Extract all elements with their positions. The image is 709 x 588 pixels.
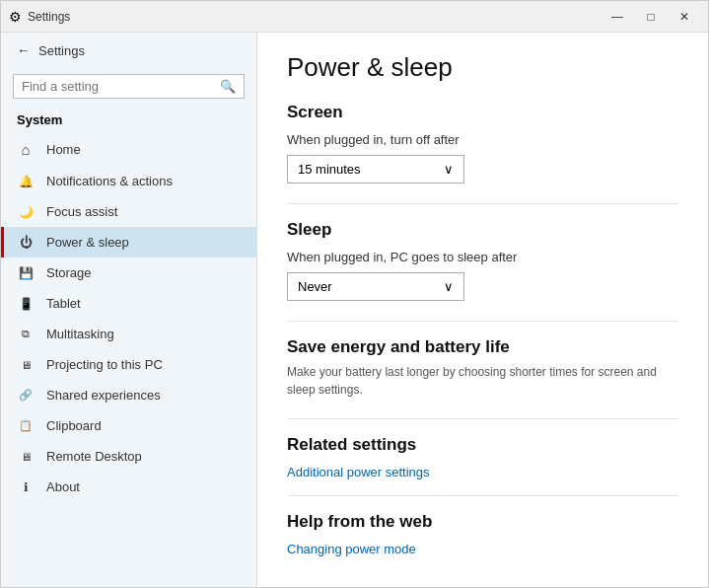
energy-section-title: Save energy and battery life [287,337,678,357]
minimize-button[interactable]: — [602,5,633,29]
sidebar-item-label: Multitasking [46,327,114,341]
clipboard-icon: 📋 [17,419,35,432]
divider-4 [287,495,678,496]
screen-timeout-value: 15 minutes [298,162,361,177]
main-panel: Power & sleep Screen When plugged in, tu… [257,33,708,587]
sidebar-item-storage[interactable]: 💾 Storage [1,257,256,288]
screen-timeout-dropdown[interactable]: 15 minutes ∨ [287,155,464,184]
divider-2 [287,321,678,322]
search-icon: 🔍 [220,79,236,94]
sidebar-item-projecting[interactable]: 🖥 Projecting to this PC [1,349,256,380]
sidebar-item-label: Projecting to this PC [46,357,163,372]
screen-section-title: Screen [287,103,678,122]
sidebar-section-label: System [1,109,256,133]
settings-gear-icon: ⚙ [9,9,22,25]
sidebar-item-label: Remote Desktop [46,449,142,464]
related-settings-section: Related settings Additional power settin… [287,435,678,479]
screen-section-label: When plugged in, turn off after [287,132,678,147]
sleep-section-label: When plugged in, PC goes to sleep after [287,250,678,264]
shared-icon: 🔗 [17,389,35,402]
divider-1 [287,203,678,204]
energy-section: Save energy and battery life Make your b… [287,337,678,399]
focus-icon: 🌙 [17,205,35,219]
sidebar-back-label: Settings [38,43,85,58]
help-section-title: Help from the web [287,512,678,532]
sidebar-back-button[interactable]: ← Settings [1,33,256,68]
sleep-section-title: Sleep [287,220,678,240]
sidebar-item-label: Tablet [46,296,81,311]
search-input[interactable] [22,79,214,94]
sidebar-item-label: Power & sleep [46,235,129,250]
page-title: Power & sleep [287,52,678,83]
sidebar-item-home[interactable]: ⌂ Home [1,133,256,166]
sidebar: ← Settings 🔍 System ⌂ Home 🔔 Notificatio… [1,33,257,587]
divider-3 [287,418,678,419]
power-icon: ⏻ [17,235,35,250]
sidebar-item-label: Clipboard [46,418,102,433]
help-section: Help from the web Changing power mode [287,512,678,556]
sidebar-search-container[interactable]: 🔍 [13,74,245,99]
sidebar-item-remote[interactable]: 🖥 Remote Desktop [1,441,256,472]
sleep-timeout-dropdown[interactable]: Never ∨ [287,272,464,301]
maximize-button[interactable]: □ [635,5,667,29]
sleep-timeout-value: Never [298,279,332,294]
sidebar-item-notifications[interactable]: 🔔 Notifications & actions [1,166,256,196]
sidebar-item-label: Home [46,142,81,157]
sidebar-item-label: Shared experiences [46,388,161,403]
additional-power-settings-link[interactable]: Additional power settings [287,465,678,479]
close-button[interactable]: ✕ [669,5,700,29]
screen-section: Screen When plugged in, turn off after 1… [287,103,678,184]
titlebar-controls: — □ ✕ [602,5,700,29]
chevron-down-icon: ∨ [444,279,454,294]
sidebar-item-label: Notifications & actions [46,174,173,188]
notifications-icon: 🔔 [17,175,35,188]
storage-icon: 💾 [17,266,35,280]
about-icon: ℹ [17,480,35,494]
sidebar-item-multitasking[interactable]: ⧉ Multitasking [1,319,256,349]
changing-power-mode-link[interactable]: Changing power mode [287,542,678,556]
sidebar-item-shared[interactable]: 🔗 Shared experiences [1,380,256,410]
projecting-icon: 🖥 [17,359,35,371]
titlebar-left: ⚙ Settings [9,9,70,25]
sidebar-item-label: Storage [46,265,92,280]
tablet-icon: 📱 [17,297,35,311]
sidebar-item-label: About [46,479,80,494]
sidebar-item-power[interactable]: ⏻ Power & sleep [1,227,256,257]
sidebar-item-tablet[interactable]: 📱 Tablet [1,288,256,319]
sidebar-item-label: Focus assist [46,204,117,219]
related-settings-title: Related settings [287,435,678,455]
main-content-area: ← Settings 🔍 System ⌂ Home 🔔 Notificatio… [1,33,708,587]
window-title: Settings [28,10,70,24]
remote-icon: 🖥 [17,451,35,463]
sidebar-item-focus[interactable]: 🌙 Focus assist [1,196,256,227]
sidebar-item-clipboard[interactable]: 📋 Clipboard [1,410,256,441]
energy-section-desc: Make your battery last longer by choosin… [287,363,678,399]
settings-window: ⚙ Settings — □ ✕ ← Settings 🔍 System [0,0,709,588]
titlebar: ⚙ Settings — □ ✕ [1,1,708,33]
home-icon: ⌂ [17,141,35,158]
back-arrow-icon: ← [17,42,31,58]
chevron-down-icon: ∨ [444,162,454,177]
sleep-section: Sleep When plugged in, PC goes to sleep … [287,220,678,301]
sidebar-item-about[interactable]: ℹ About [1,472,256,502]
multitasking-icon: ⧉ [17,328,35,340]
